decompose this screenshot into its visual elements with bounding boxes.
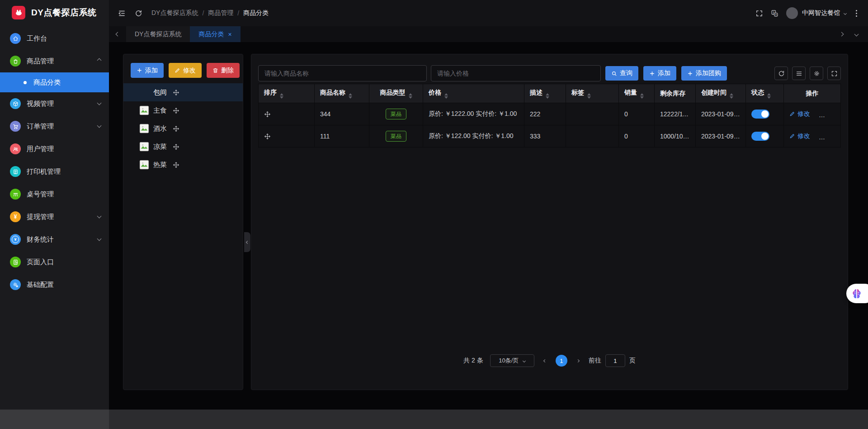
- add-group-buy-button[interactable]: 添加团购: [681, 66, 727, 81]
- product-name-input[interactable]: [258, 65, 427, 81]
- sort-carets-icon[interactable]: [767, 93, 771, 99]
- fullscreen-icon[interactable]: [755, 10, 763, 17]
- drag-handle-icon[interactable]: [173, 162, 179, 168]
- col-header-created[interactable]: 创建时间: [696, 84, 746, 103]
- sort-carets-icon[interactable]: [640, 93, 644, 99]
- refresh-table-icon[interactable]: [774, 67, 788, 80]
- user-menu[interactable]: 中网智达餐馆: [786, 7, 846, 19]
- drag-handle-icon[interactable]: [173, 125, 179, 132]
- breadcrumb-separator: /: [237, 10, 239, 17]
- page-number[interactable]: 1: [556, 355, 567, 367]
- page-size-select[interactable]: 10条/页: [490, 354, 534, 367]
- cell-status: [746, 103, 784, 125]
- tree-node[interactable]: 主食: [123, 101, 243, 119]
- sort-carets-icon[interactable]: [280, 93, 283, 99]
- sidebar-item-product-category[interactable]: 商品分类: [0, 72, 109, 92]
- breadcrumb-separator: /: [202, 10, 204, 17]
- drag-handle-icon[interactable]: [173, 107, 179, 114]
- cell-sales: 0: [619, 125, 655, 148]
- sidebar-item-workbench[interactable]: 工作台: [0, 27, 109, 50]
- desc-text: 333: [530, 133, 540, 140]
- sort-carets-icon[interactable]: [444, 93, 448, 99]
- sidebar-item-order-mgmt[interactable]: 订单管理: [0, 115, 109, 138]
- sort-carets-icon[interactable]: [349, 93, 352, 99]
- type-tag: 菜品: [386, 131, 406, 142]
- status-toggle[interactable]: [751, 132, 769, 141]
- panel-collapse-handle[interactable]: [244, 232, 250, 252]
- add-product-button[interactable]: 添加: [643, 66, 676, 81]
- sidebar-item-video-mgmt[interactable]: 视频管理: [0, 92, 109, 115]
- delete-link[interactable]: 删除: [819, 132, 840, 140]
- tabs-scroll-right-icon[interactable]: [840, 33, 843, 36]
- cell-sort: [259, 103, 315, 125]
- tabs-scroll-left-icon[interactable]: [109, 26, 126, 42]
- drag-handle-icon[interactable]: [173, 143, 179, 150]
- drag-handle-icon[interactable]: [173, 89, 179, 96]
- goto-page-input[interactable]: [605, 354, 625, 367]
- drag-handle-icon[interactable]: [264, 133, 309, 140]
- breadcrumb-item[interactable]: 商品管理: [208, 9, 233, 17]
- tree-node[interactable]: 热菜: [123, 156, 243, 174]
- col-header-tag[interactable]: 标签: [566, 84, 619, 103]
- sidebar-item-product-mgmt[interactable]: 商品管理: [0, 50, 109, 72]
- col-header-price[interactable]: 价格: [423, 84, 524, 103]
- sidebar-item-page-entry[interactable]: 页面入口: [0, 251, 109, 273]
- category-delete-button[interactable]: 删除: [207, 63, 240, 78]
- tab-product-category[interactable]: 商品分类 ×: [190, 26, 240, 42]
- gear-icon[interactable]: [810, 67, 823, 80]
- col-header-desc[interactable]: 描述: [524, 84, 566, 103]
- more-menu-icon[interactable]: [854, 8, 859, 19]
- sort-carets-icon[interactable]: [730, 93, 733, 99]
- chevron-down-icon: [844, 11, 847, 14]
- column-label: 销量: [624, 89, 637, 96]
- breadcrumb-item[interactable]: DY点餐探店系统: [151, 9, 198, 17]
- price-input[interactable]: [431, 65, 601, 81]
- tree-node-root[interactable]: 包间: [123, 83, 243, 101]
- col-header-status[interactable]: 状态: [746, 84, 784, 103]
- column-label: 排序: [264, 89, 277, 96]
- col-header-name[interactable]: 商品名称: [315, 84, 369, 103]
- fullscreen-table-icon[interactable]: [827, 67, 841, 80]
- category-add-button[interactable]: 添加: [131, 63, 164, 78]
- ai-assistant-button[interactable]: [846, 284, 868, 303]
- tab-home[interactable]: DY点餐探店系统: [126, 26, 190, 42]
- goto-unit: 页: [629, 357, 636, 365]
- sidebar-item-printer-mgmt[interactable]: 打印机管理: [0, 160, 109, 183]
- close-icon[interactable]: ×: [228, 31, 231, 38]
- sort-carets-icon[interactable]: [546, 93, 549, 99]
- yen-glyph: ¥: [14, 214, 17, 219]
- drag-handle-icon[interactable]: [264, 111, 309, 118]
- category-tree: 包间 主食 酒水 凉菜 热菜: [123, 83, 243, 174]
- category-edit-button[interactable]: 修改: [169, 63, 202, 78]
- app-logo[interactable]: DY点餐探店系统: [0, 0, 109, 25]
- col-header-sort[interactable]: 排序: [259, 84, 315, 103]
- delete-link[interactable]: 删除: [819, 110, 840, 118]
- tree-node[interactable]: 凉菜: [123, 138, 243, 156]
- col-header-sales[interactable]: 销量: [619, 84, 655, 103]
- sort-carets-icon[interactable]: [587, 93, 591, 99]
- refresh-icon[interactable]: [135, 10, 142, 17]
- sidebar-item-finance-stats[interactable]: ¥ 财务统计: [0, 228, 109, 251]
- sidebar-item-user-mgmt[interactable]: 用户管理: [0, 138, 109, 160]
- edit-link[interactable]: 修改: [789, 132, 810, 140]
- tabs-menu-icon[interactable]: [855, 33, 858, 36]
- sort-carets-icon[interactable]: [409, 93, 412, 99]
- next-page-icon[interactable]: [574, 357, 582, 365]
- sidebar-item-withdraw-mgmt[interactable]: ¥ 提现管理: [0, 205, 109, 228]
- column-label: 商品名称: [320, 89, 345, 96]
- column-settings-icon[interactable]: [792, 67, 806, 80]
- avatar: [786, 7, 798, 19]
- edit-link[interactable]: 修改: [789, 110, 810, 118]
- col-header-type[interactable]: 商品类型: [369, 84, 423, 103]
- tree-node[interactable]: 酒水: [123, 119, 243, 138]
- home-icon: [10, 33, 21, 44]
- button-label: 添加: [658, 69, 670, 77]
- sidebar-item-basic-config[interactable]: 基础配置: [0, 273, 109, 296]
- translate-icon[interactable]: 文A: [771, 10, 778, 17]
- status-toggle[interactable]: [751, 110, 769, 119]
- sidebar-item-label: 视频管理: [27, 100, 54, 108]
- prev-page-icon[interactable]: [541, 357, 549, 365]
- search-button[interactable]: 查询: [605, 66, 638, 81]
- menu-fold-icon[interactable]: [118, 10, 126, 17]
- sidebar-item-table-mgmt[interactable]: 桌号管理: [0, 183, 109, 205]
